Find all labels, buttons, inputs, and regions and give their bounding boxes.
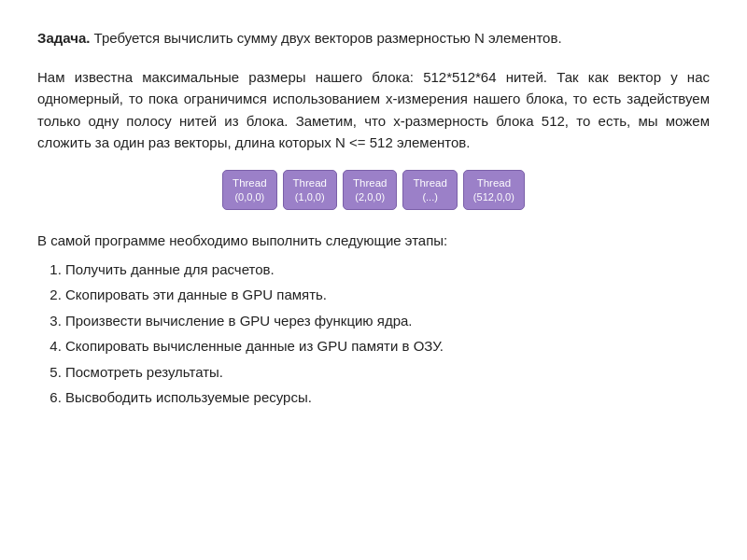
title-rest: Требуется вычислить сумму двух векторов … [90,30,561,46]
step-4: Скопировать вычисленные данные из GPU па… [65,336,710,357]
thread-coords-1: (1,0,0) [293,190,327,203]
thread-label-2: Thread [353,176,387,190]
thread-box-1: Thread (1,0,0) [283,170,337,210]
thread-box-3: Thread (...) [402,170,457,210]
thread-coords-3: (...) [413,190,446,203]
thread-label-1: Thread [293,176,327,190]
thread-coords-4: (512,0,0) [473,190,514,203]
step-5: Посмотреть результаты. [65,362,710,384]
thread-label-0: Thread [233,176,266,190]
thread-coords-2: (2,0,0) [353,190,387,203]
thread-box-4: Thread (512,0,0) [463,170,525,210]
thread-box-2: Thread (2,0,0) [343,170,397,210]
threads-container: Thread (0,0,0) Thread (1,0,0) Thread (2,… [37,170,710,210]
step-2: Скопировать эти данные в GPU память. [65,285,710,306]
thread-label-4: Thread [473,176,514,190]
paragraph1: Нам известна максимальные размеры нашего… [37,66,710,153]
thread-coords-0: (0,0,0) [233,190,266,203]
thread-box-0: Thread (0,0,0) [222,170,276,210]
step-6: Высвободить используемые ресурсы. [65,387,710,409]
steps-list: Получить данные для расчетов. Скопироват… [37,259,710,409]
title-block: Задача. Требуется вычислить сумму двух в… [37,28,710,48]
section-heading: В самой программе необходимо выполнить с… [37,231,710,252]
title-bold: Задача. [37,30,90,46]
step-1: Получить данные для расчетов. [65,259,710,281]
thread-label-3: Thread [413,176,446,190]
step-3: Произвести вычисление в GPU через функци… [65,311,710,332]
